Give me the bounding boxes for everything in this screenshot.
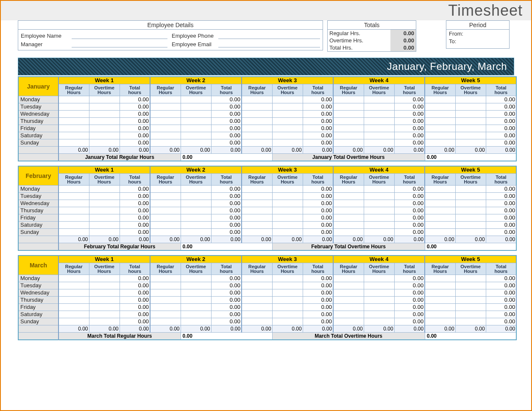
regular-hours-cell[interactable] [58,221,89,228]
overtime-hours-cell[interactable] [364,132,394,139]
regular-hours-cell[interactable] [333,296,364,303]
overtime-hours-cell[interactable] [89,303,120,311]
regular-hours-cell[interactable] [242,207,272,214]
regular-hours-cell[interactable] [333,289,364,296]
regular-hours-cell[interactable] [58,110,89,117]
overtime-hours-cell[interactable] [455,139,486,146]
overtime-hours-cell[interactable] [89,139,120,146]
regular-hours-cell[interactable] [150,282,181,289]
regular-hours-cell[interactable] [425,110,455,117]
regular-hours-cell[interactable] [242,117,272,125]
regular-hours-cell[interactable] [333,103,364,110]
overtime-hours-cell[interactable] [89,311,120,318]
employee-name-input[interactable] [72,33,167,39]
regular-hours-cell[interactable] [333,132,364,139]
overtime-hours-cell[interactable] [272,289,303,296]
regular-hours-cell[interactable] [150,132,181,139]
regular-hours-cell[interactable] [150,125,181,132]
regular-hours-cell[interactable] [150,200,181,207]
regular-hours-cell[interactable] [242,132,272,139]
regular-hours-cell[interactable] [58,96,89,103]
overtime-hours-cell[interactable] [272,282,303,289]
overtime-hours-cell[interactable] [272,192,303,200]
overtime-hours-cell[interactable] [181,207,211,214]
regular-hours-cell[interactable] [58,103,89,110]
regular-hours-cell[interactable] [333,110,364,117]
overtime-hours-cell[interactable] [455,200,486,207]
regular-hours-cell[interactable] [425,221,455,228]
overtime-hours-cell[interactable] [455,110,486,117]
overtime-hours-cell[interactable] [364,228,394,236]
regular-hours-cell[interactable] [425,289,455,296]
overtime-hours-cell[interactable] [455,207,486,214]
regular-hours-cell[interactable] [425,103,455,110]
overtime-hours-cell[interactable] [455,282,486,289]
regular-hours-cell[interactable] [333,125,364,132]
regular-hours-cell[interactable] [150,103,181,110]
overtime-hours-cell[interactable] [89,282,120,289]
regular-hours-cell[interactable] [242,221,272,228]
overtime-hours-cell[interactable] [181,185,211,192]
regular-hours-cell[interactable] [58,303,89,311]
overtime-hours-cell[interactable] [364,185,394,192]
overtime-hours-cell[interactable] [272,200,303,207]
overtime-hours-cell[interactable] [181,117,211,125]
regular-hours-cell[interactable] [425,132,455,139]
overtime-hours-cell[interactable] [89,289,120,296]
regular-hours-cell[interactable] [425,125,455,132]
overtime-hours-cell[interactable] [364,221,394,228]
overtime-hours-cell[interactable] [272,110,303,117]
overtime-hours-cell[interactable] [455,303,486,311]
overtime-hours-cell[interactable] [181,103,211,110]
overtime-hours-cell[interactable] [364,207,394,214]
overtime-hours-cell[interactable] [89,207,120,214]
regular-hours-cell[interactable] [333,221,364,228]
regular-hours-cell[interactable] [425,228,455,236]
overtime-hours-cell[interactable] [89,96,120,103]
regular-hours-cell[interactable] [242,311,272,318]
overtime-hours-cell[interactable] [89,103,120,110]
overtime-hours-cell[interactable] [89,228,120,236]
regular-hours-cell[interactable] [425,185,455,192]
regular-hours-cell[interactable] [333,303,364,311]
regular-hours-cell[interactable] [425,282,455,289]
regular-hours-cell[interactable] [58,192,89,200]
overtime-hours-cell[interactable] [89,318,120,325]
overtime-hours-cell[interactable] [364,103,394,110]
regular-hours-cell[interactable] [333,200,364,207]
regular-hours-cell[interactable] [150,303,181,311]
overtime-hours-cell[interactable] [364,192,394,200]
regular-hours-cell[interactable] [333,282,364,289]
overtime-hours-cell[interactable] [455,228,486,236]
overtime-hours-cell[interactable] [89,296,120,303]
regular-hours-cell[interactable] [425,303,455,311]
overtime-hours-cell[interactable] [364,139,394,146]
overtime-hours-cell[interactable] [272,275,303,282]
overtime-hours-cell[interactable] [89,185,120,192]
overtime-hours-cell[interactable] [272,311,303,318]
regular-hours-cell[interactable] [242,139,272,146]
employee-email-input[interactable] [218,42,320,47]
overtime-hours-cell[interactable] [272,318,303,325]
regular-hours-cell[interactable] [150,117,181,125]
regular-hours-cell[interactable] [150,139,181,146]
regular-hours-cell[interactable] [333,117,364,125]
regular-hours-cell[interactable] [242,228,272,236]
overtime-hours-cell[interactable] [364,110,394,117]
regular-hours-cell[interactable] [242,125,272,132]
overtime-hours-cell[interactable] [272,228,303,236]
regular-hours-cell[interactable] [333,96,364,103]
regular-hours-cell[interactable] [333,207,364,214]
regular-hours-cell[interactable] [333,185,364,192]
regular-hours-cell[interactable] [242,200,272,207]
overtime-hours-cell[interactable] [455,289,486,296]
overtime-hours-cell[interactable] [272,117,303,125]
regular-hours-cell[interactable] [425,192,455,200]
overtime-hours-cell[interactable] [272,125,303,132]
overtime-hours-cell[interactable] [181,110,211,117]
regular-hours-cell[interactable] [242,103,272,110]
overtime-hours-cell[interactable] [181,282,211,289]
overtime-hours-cell[interactable] [272,207,303,214]
overtime-hours-cell[interactable] [272,139,303,146]
overtime-hours-cell[interactable] [272,296,303,303]
